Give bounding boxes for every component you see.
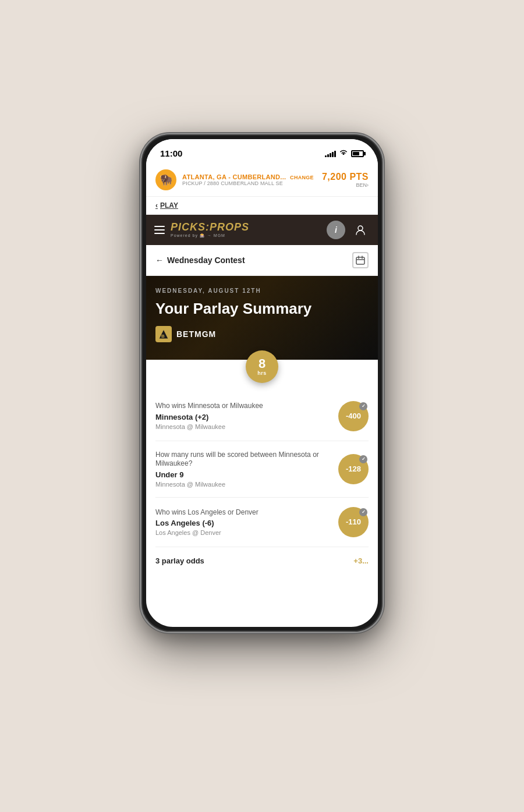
check-icon-3: ✓ [359,508,367,516]
odds-badge-1: -400 ✓ [338,401,369,431]
back-chevron-icon: ← [155,256,164,265]
parlay-matchup-2: Minnesota @ Milwaukee [155,481,331,488]
hero-section: WEDNESDAY, AUGUST 12TH Your Parlay Summa… [146,276,378,360]
status-time: 11:00 [160,148,182,158]
hamburger-menu-icon[interactable] [154,226,165,234]
parlay-item: How many runs will be scored between Min… [155,441,369,498]
parlay-item: Who wins Minnesota or Milwaukee Minnesot… [155,392,369,441]
parlay-question-2: How many runs will be scored between Min… [155,451,331,469]
info-button[interactable]: i [327,221,345,239]
parlay-answer-3: Los Angeles (-6) [155,519,331,527]
hero-title: Your Parlay Summary [155,300,369,318]
parlay-question-3: Who wins Los Angeles or Denver [155,508,331,517]
calendar-icon[interactable] [352,252,369,268]
buffalo-logo: 🦬 [155,169,176,190]
signal-icon [325,150,336,157]
parlay-footer: 3 parlay odds +3... [146,547,378,577]
svg-point-0 [358,226,363,231]
points-value: 7,200 PTS [322,172,369,182]
user-profile-button[interactable] [351,221,370,239]
play-label: PLAY [160,201,178,210]
parlay-matchup-1: Minnesota @ Milwaukee [155,423,331,430]
points-label: BEN› [322,182,369,188]
location-name: ATLANTA, GA - CUMBERLAND... CHANGE [182,173,314,180]
timer-badge: 8 hrs [246,350,278,383]
points-display: 7,200 PTS BEN› [322,172,369,188]
play-link[interactable]: ‹ PLAY [155,201,369,210]
parlay-matchup-3: Los Angeles @ Denver [155,529,331,536]
battery-icon [351,150,364,157]
betmgm-icon: B [155,326,172,342]
phone-wrapper: 11:00 [140,133,384,633]
location-address: PICKUP / 2880 CUMBERLAND MALL SE [182,180,314,186]
status-bar: 11:00 [146,139,378,165]
parlay-footer-odds: +3... [353,556,369,565]
check-icon-1: ✓ [359,402,367,410]
app-logo: PICKS:PROPS Powered by 🎰 → MGM [171,221,249,238]
odds-badge-2: -128 ✓ [338,454,369,484]
back-nav: ← Wednesday Contest [146,245,378,276]
contest-title: Wednesday Contest [167,256,245,265]
change-link[interactable]: CHANGE [290,175,314,180]
wifi-icon [339,149,348,158]
parlay-answer-2: Under 9 [155,470,331,479]
betmgm-label: BETMGM [176,329,216,339]
main-content: WEDNESDAY, AUGUST 12TH Your Parlay Summa… [146,276,378,627]
parlay-footer-label: 3 parlay odds [155,556,204,565]
svg-rect-1 [356,257,364,264]
parlay-item: Who wins Los Angeles or Denver Los Angel… [155,498,369,547]
check-icon-2: ✓ [359,455,367,463]
parlay-answer-1: Minnesota (+2) [155,413,331,421]
phone-screen: 11:00 [146,139,378,627]
app-logo-title: PICKS:PROPS [171,221,249,233]
back-arrow-icon: ‹ [155,201,158,210]
betmgm-logo: B BETMGM [155,326,369,342]
app-logo-subtitle: Powered by 🎰 → MGM [171,233,249,238]
location-bar: 🦬 ATLANTA, GA - CUMBERLAND... CHANGE PIC… [146,165,378,197]
back-to-contest-link[interactable]: ← Wednesday Contest [155,256,245,265]
parlay-list: Who wins Minnesota or Milwaukee Minnesot… [146,392,378,547]
svg-text:B: B [161,334,165,339]
nav-bar: ‹ PLAY [146,197,378,215]
timer-label: hrs [257,370,267,376]
timer-number: 8 [259,357,265,370]
app-header: PICKS:PROPS Powered by 🎰 → MGM i [146,215,378,245]
status-icons [325,149,364,158]
hero-date: WEDNESDAY, AUGUST 12TH [155,288,369,294]
odds-badge-3: -110 ✓ [338,507,369,537]
phone-frame: 11:00 [140,133,384,633]
parlay-question-1: Who wins Minnesota or Milwaukee [155,402,331,411]
